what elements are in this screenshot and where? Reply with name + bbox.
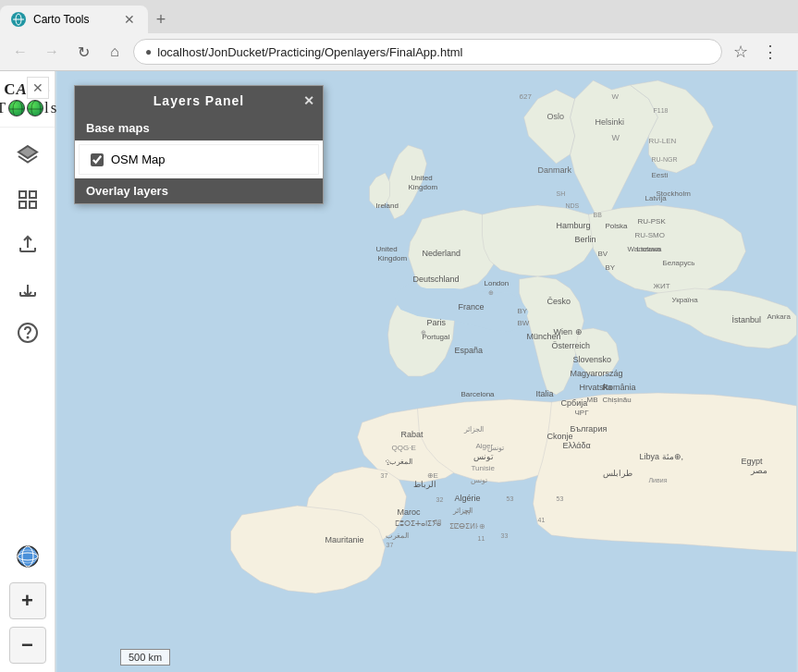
url-text: localhost/JonDucket/Practicing/Openlayer…: [157, 45, 462, 59]
zoom-in-button[interactable]: +: [9, 582, 46, 619]
svg-text:⊕: ⊕: [421, 329, 426, 336]
svg-text:RU-PSK: RU-PSK: [638, 217, 667, 226]
svg-text:ⵉⵇⴱⵉⵍⵏ·⊕: ⵉⵇⴱⵉⵍⵏ·⊕: [449, 522, 485, 531]
svg-text:RU-SMO: RU-SMO: [635, 231, 665, 239]
back-button[interactable]: ←: [7, 39, 33, 65]
svg-text:37: 37: [381, 472, 388, 479]
svg-text:Rabat: Rabat: [401, 430, 424, 439]
svg-text:Ckonje: Ckonje: [547, 432, 573, 441]
tab-close-button[interactable]: ✕: [122, 12, 137, 27]
bookmark-button[interactable]: ☆: [728, 39, 754, 65]
svg-text:Česko: Česko: [547, 297, 571, 306]
logo-globe-1: [8, 100, 25, 116]
svg-text:QQG·E: QQG·E: [392, 444, 416, 452]
osm-layer-label: OSM Map: [111, 153, 166, 166]
zoom-out-button[interactable]: −: [9, 627, 46, 664]
svg-text:RU-NGR: RU-NGR: [652, 156, 678, 163]
lock-icon: ●: [145, 45, 152, 58]
svg-text:İstanbul: İstanbul: [732, 315, 762, 324]
svg-text:Kingdom: Kingdom: [378, 254, 408, 263]
download-button[interactable]: [9, 270, 46, 307]
svg-rect-8: [19, 191, 26, 198]
sidebar-tools: [0, 128, 55, 529]
address-bar-row: ← → ↻ ⌂ ● localhost/JonDucket/Practicing…: [0, 33, 798, 70]
svg-text:W: W: [612, 133, 620, 142]
scale-bar: 500 km: [120, 649, 170, 666]
browser-chrome: Carto Tools ✕ + ← → ↻ ⌂ ● localhost/JonD…: [0, 0, 798, 71]
svg-text:Warszawa: Warszawa: [628, 245, 663, 253]
svg-text:الجزائر: الجزائر: [463, 425, 484, 434]
layers-panel-title: Layers Panel: [153, 93, 244, 108]
svg-text:627: 627: [520, 92, 533, 101]
svg-text:W: W: [612, 92, 620, 101]
svg-text:España: España: [455, 346, 484, 355]
svg-rect-10: [19, 202, 26, 208]
svg-text:الرباط: الرباط: [413, 480, 436, 490]
svg-text:تونس: تونس: [473, 452, 494, 462]
new-tab-button[interactable]: +: [148, 6, 174, 32]
svg-text:تونس: تونس: [471, 476, 487, 484]
map-area[interactable]: Helsinki RU-LEN F118 Eesti Latvija RU-PS…: [55, 71, 798, 672]
svg-text:Deutschland: Deutschland: [413, 275, 460, 284]
layers-panel-header: Layers Panel ✕: [75, 86, 323, 116]
svg-text:53: 53: [557, 495, 564, 502]
svg-text:Stockholm: Stockholm: [657, 189, 692, 198]
browser-tab[interactable]: Carto Tools ✕: [0, 6, 148, 33]
grid-button[interactable]: [9, 181, 46, 218]
svg-text:Algérie: Algérie: [455, 494, 481, 503]
svg-text:Maroc: Maroc: [398, 507, 422, 517]
help-button[interactable]: [9, 314, 46, 351]
svg-text:United: United: [411, 174, 433, 182]
svg-text:⵿المغرب: ⵿المغرب: [386, 458, 412, 466]
globe-view-button[interactable]: [9, 538, 46, 575]
scale-label: 500 km: [129, 652, 162, 663]
svg-text:Libya مئة⊕,: Libya مئة⊕,: [640, 452, 684, 461]
svg-text:United: United: [376, 245, 398, 253]
svg-text:33: 33: [501, 532, 509, 539]
svg-text:Ελλάδα: Ελλάδα: [563, 441, 591, 450]
svg-text:SH: SH: [557, 190, 566, 197]
osm-layer-item[interactable]: OSM Map: [79, 144, 319, 175]
svg-text:България: България: [571, 424, 608, 434]
scale-bar-container: 500 km: [120, 649, 170, 666]
svg-text:⊕E: ⊕E: [427, 471, 438, 480]
svg-text:Österreich: Österreich: [552, 341, 591, 350]
sidebar: ✕ C A rto T: [0, 71, 55, 672]
svg-text:Hamburg: Hamburg: [557, 221, 591, 230]
svg-rect-9: [30, 191, 36, 198]
svg-text:Chișinău: Chișinău: [603, 396, 632, 404]
layers-panel-close-button[interactable]: ✕: [303, 93, 315, 108]
sidebar-bottom: + −: [0, 529, 55, 672]
svg-text:Ливия: Ливия: [649, 477, 668, 483]
layers-button[interactable]: [9, 137, 46, 174]
svg-marker-7: [18, 146, 37, 158]
osm-layer-checkbox[interactable]: [91, 153, 104, 166]
svg-text:Україна: Україна: [672, 296, 699, 304]
svg-text:11: 11: [478, 535, 485, 542]
svg-text:RU-LEN: RU-LEN: [649, 137, 677, 145]
tab-favicon: [11, 12, 26, 27]
svg-text:Slovensko: Slovensko: [573, 355, 612, 364]
logo-tools: T ls: [0, 99, 58, 117]
tab-title: Carto Tools: [33, 13, 89, 26]
forward-button[interactable]: →: [39, 39, 65, 65]
svg-text:Barcelona: Barcelona: [461, 390, 496, 398]
svg-text:08: 08: [435, 519, 442, 525]
svg-text:F118: F118: [654, 107, 669, 114]
svg-text:Hrvatska: Hrvatska: [580, 383, 613, 392]
svg-text:Eesti: Eesti: [652, 171, 669, 179]
svg-text:Egypt: Egypt: [742, 457, 764, 466]
home-button[interactable]: ⌂: [102, 39, 128, 65]
base-maps-header: Base maps: [75, 116, 323, 141]
reload-button[interactable]: ↻: [70, 39, 96, 65]
overlay-layers-header: Overlay layers: [75, 178, 323, 203]
menu-button[interactable]: ⋮: [757, 39, 783, 65]
address-bar[interactable]: ● localhost/JonDucket/Practicing/Openlay…: [133, 39, 722, 65]
svg-text:⊕: ⊕: [488, 289, 494, 296]
upload-button[interactable]: [9, 226, 46, 263]
sidebar-close-button[interactable]: ✕: [27, 77, 49, 99]
svg-text:Helsinki: Helsinki: [595, 117, 625, 127]
logo-t1: T: [0, 99, 7, 117]
svg-text:Berlin: Berlin: [575, 235, 596, 244]
logo-ls: ls: [44, 99, 58, 117]
